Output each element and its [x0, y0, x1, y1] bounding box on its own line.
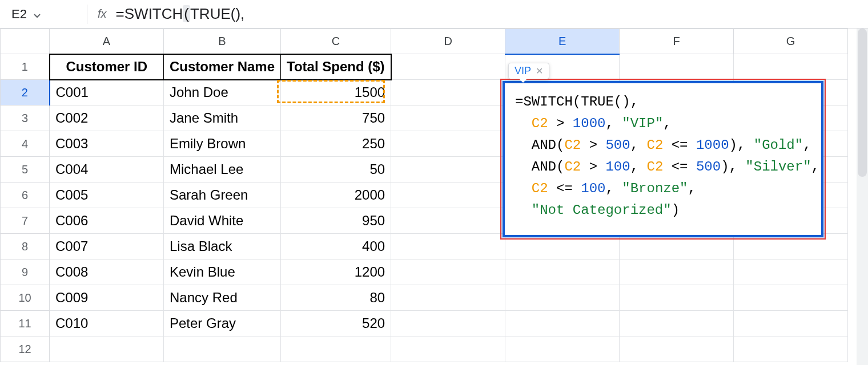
row-header-7[interactable]: 7	[1, 208, 50, 234]
column-header-C[interactable]: C	[281, 29, 391, 54]
cell-C6[interactable]: 2000	[281, 182, 391, 208]
cell-D12[interactable]	[391, 336, 505, 362]
cell-E11[interactable]	[505, 311, 620, 336]
cell-C5[interactable]: 50	[281, 157, 391, 182]
cell-A2[interactable]: C001	[50, 80, 164, 106]
column-header-F[interactable]: F	[620, 29, 734, 54]
cell-C4[interactable]: 250	[281, 131, 391, 157]
cell-G12[interactable]	[734, 336, 848, 362]
cell-D6[interactable]	[391, 182, 505, 208]
divider	[87, 5, 87, 24]
cell-C12[interactable]	[281, 336, 391, 362]
cell-F8[interactable]	[620, 234, 734, 259]
cell-B8[interactable]: Lisa Black	[164, 234, 281, 259]
cell-A5[interactable]: C004	[50, 157, 164, 182]
cell-A6[interactable]: C005	[50, 182, 164, 208]
cell-B1[interactable]: Customer Name	[164, 54, 281, 80]
row-header-2[interactable]: 2	[1, 80, 50, 106]
formula-bar: E2 fx =SWITCH(TRUE(),	[0, 0, 868, 29]
cell-A7[interactable]: C006	[50, 208, 164, 234]
cell-A10[interactable]: C009	[50, 285, 164, 311]
cell-F10[interactable]	[620, 285, 734, 311]
cell-B3[interactable]: Jane Smith	[164, 106, 281, 131]
row-header-3[interactable]: 3	[1, 106, 50, 131]
cell-D11[interactable]	[391, 311, 505, 336]
cell-F1[interactable]	[620, 54, 734, 80]
cell-D4[interactable]	[391, 131, 505, 157]
cell-F12[interactable]	[620, 336, 734, 362]
cell-D9[interactable]	[391, 259, 505, 285]
cell-C11[interactable]: 520	[281, 311, 391, 336]
formula-edit-overlay[interactable]: VIP ✕ =SWITCH(TRUE(), C2 > 1000, "VIP", …	[503, 81, 823, 237]
row-header-12[interactable]: 12	[1, 336, 50, 362]
column-header-G[interactable]: G	[734, 29, 848, 54]
cell-B12[interactable]	[164, 336, 281, 362]
column-header-A[interactable]: A	[50, 29, 164, 54]
cell-C8[interactable]: 400	[281, 234, 391, 259]
row-header-1[interactable]: 1	[1, 54, 50, 80]
formula-bar-input[interactable]: =SWITCH(TRUE(),	[116, 5, 245, 23]
column-header-E[interactable]: E	[505, 29, 620, 54]
cell-E12[interactable]	[505, 336, 620, 362]
cell-C9[interactable]: 1200	[281, 259, 391, 285]
cell-D3[interactable]	[391, 106, 505, 131]
select-all-corner[interactable]	[1, 29, 50, 54]
cell-G10[interactable]	[734, 285, 848, 311]
cell-E9[interactable]	[505, 259, 620, 285]
cell-F9[interactable]	[620, 259, 734, 285]
cell-B2[interactable]: John Doe	[164, 80, 281, 106]
cell-A3[interactable]: C002	[50, 106, 164, 131]
cell-B11[interactable]: Peter Gray	[164, 311, 281, 336]
row-header-5[interactable]: 5	[1, 157, 50, 182]
chevron-down-icon[interactable]	[34, 7, 41, 21]
cell-B9[interactable]: Kevin Blue	[164, 259, 281, 285]
row-header-6[interactable]: 6	[1, 182, 50, 208]
row-header-4[interactable]: 4	[1, 131, 50, 157]
cell-D10[interactable]	[391, 285, 505, 311]
cell-D7[interactable]	[391, 208, 505, 234]
row-header-11[interactable]: 11	[1, 311, 50, 336]
column-header-D[interactable]: D	[391, 29, 505, 54]
cell-B5[interactable]: Michael Lee	[164, 157, 281, 182]
cell-C2[interactable]: 1500	[281, 80, 391, 106]
cell-A11[interactable]: C010	[50, 311, 164, 336]
cell-C1[interactable]: Total Spend ($)	[281, 54, 391, 80]
row-header-8[interactable]: 8	[1, 234, 50, 259]
cell-A8[interactable]: C007	[50, 234, 164, 259]
cell-D5[interactable]	[391, 157, 505, 182]
cell-B6[interactable]: Sarah Green	[164, 182, 281, 208]
cell-C7[interactable]: 950	[281, 208, 391, 234]
cell-C3[interactable]: 750	[281, 106, 391, 131]
cell-G8[interactable]	[734, 234, 848, 259]
cell-D8[interactable]	[391, 234, 505, 259]
cell-G11[interactable]	[734, 311, 848, 336]
column-header-B[interactable]: B	[164, 29, 281, 54]
close-icon[interactable]: ✕	[536, 66, 543, 76]
fx-icon[interactable]: fx	[98, 7, 107, 21]
formula-text[interactable]: =SWITCH(TRUE(), C2 > 1000, "VIP", AND(C2…	[515, 91, 811, 221]
cell-D2[interactable]	[391, 80, 505, 106]
cell-A9[interactable]: C008	[50, 259, 164, 285]
spreadsheet-grid[interactable]: ABCDEFG1Customer IDCustomer NameTotal Sp…	[0, 29, 868, 362]
cell-F11[interactable]	[620, 311, 734, 336]
cell-D1[interactable]	[391, 54, 505, 80]
cell-G9[interactable]	[734, 259, 848, 285]
cell-A1[interactable]: Customer ID	[50, 54, 164, 80]
formula-result-preview-tooltip: VIP ✕	[508, 63, 549, 79]
name-box[interactable]: E2	[8, 7, 77, 22]
cell-E8[interactable]	[505, 234, 620, 259]
vertical-scrollbar[interactable]	[857, 29, 868, 365]
cell-B10[interactable]: Nancy Red	[164, 285, 281, 311]
formula-result-value: VIP	[515, 65, 531, 77]
cell-G1[interactable]	[734, 54, 848, 80]
cell-B4[interactable]: Emily Brown	[164, 131, 281, 157]
cell-A4[interactable]: C003	[50, 131, 164, 157]
cell-C10[interactable]: 80	[281, 285, 391, 311]
cell-E10[interactable]	[505, 285, 620, 311]
row-header-10[interactable]: 10	[1, 285, 50, 311]
cell-A12[interactable]	[50, 336, 164, 362]
scrollbar-thumb[interactable]	[858, 29, 867, 177]
cell-B7[interactable]: David White	[164, 208, 281, 234]
row-header-9[interactable]: 9	[1, 259, 50, 285]
